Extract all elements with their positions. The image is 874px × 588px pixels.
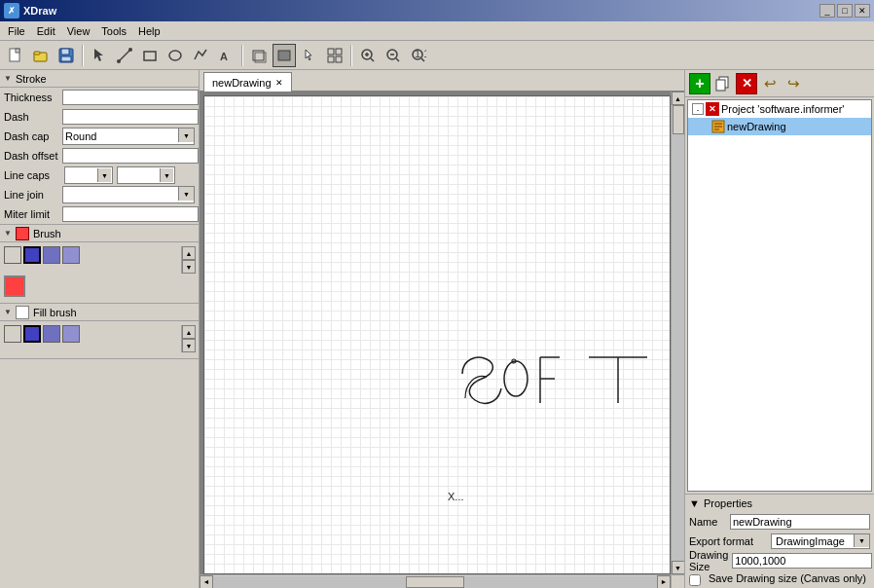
canvas-grid[interactable]: X...	[204, 96, 670, 573]
scroll-thumb-v[interactable]	[673, 105, 684, 134]
sep3	[350, 45, 352, 66]
dash-cap-select[interactable]: Round Square Flat	[62, 128, 195, 145]
line-join-select[interactable]: Miter Round Bevel	[62, 186, 195, 203]
menu-help[interactable]: Help	[132, 23, 166, 39]
scroll-down-btn[interactable]: ▼	[672, 561, 685, 574]
rect-tool[interactable]	[138, 44, 162, 67]
brush-swatch-blue1[interactable]	[23, 246, 41, 264]
delete-button[interactable]: ✕	[736, 73, 757, 94]
props-size-label: Drawing Size	[689, 549, 728, 572]
redo-button[interactable]: ↪	[783, 73, 804, 94]
thickness-input[interactable]	[62, 90, 199, 105]
brush-scroll-down[interactable]: ▼	[182, 260, 196, 274]
fill-rect-tool[interactable]	[273, 44, 296, 67]
props-arrow: ▼	[689, 497, 700, 509]
minimize-button[interactable]: _	[819, 4, 835, 18]
props-header-label: Properties	[704, 497, 752, 509]
zoom-fit-button[interactable]: 1:1	[407, 44, 430, 67]
brush-header[interactable]: ▼ Brush	[0, 225, 199, 242]
fill-brush-icon	[16, 306, 29, 319]
brush-active-swatch[interactable]	[4, 276, 25, 297]
open-button[interactable]	[29, 44, 53, 67]
miter-limit-input[interactable]	[62, 206, 199, 222]
canvas-scrollbar-h[interactable]: ◄ ►	[200, 574, 671, 588]
grid-tool[interactable]	[323, 44, 346, 67]
fill-brush-label: Fill brush	[33, 307, 77, 318]
tree-project-icon: ✕	[706, 102, 719, 116]
props-export-select[interactable]: DrawingImage	[771, 533, 870, 549]
toolbar: A 1:1	[0, 41, 874, 70]
save-button[interactable]	[55, 44, 78, 67]
brush-swatch-blue2[interactable]	[43, 246, 60, 264]
props-header[interactable]: ▼ Properties	[685, 495, 874, 512]
pointer-tool[interactable]	[298, 44, 321, 67]
left-panel: ▼ Stroke Thickness Dash Dash cap Round S…	[0, 70, 200, 588]
brush-scrollbar[interactable]: ▲ ▼	[181, 246, 195, 274]
fill-swatch-gray[interactable]	[4, 325, 21, 343]
svg-rect-3	[34, 52, 40, 55]
tree-drawing[interactable]: newDrawing	[688, 118, 871, 135]
miter-limit-label: Miter limit	[4, 208, 62, 220]
add-button[interactable]: +	[689, 73, 710, 94]
dash-offset-input[interactable]	[62, 148, 199, 164]
menu-tools[interactable]: Tools	[95, 23, 132, 39]
line-caps-select1[interactable]: ▼	[64, 166, 113, 184]
line-caps-select2[interactable]: ▼	[117, 166, 175, 184]
tree-expand-project[interactable]: -	[692, 103, 704, 115]
brush-color-icon	[16, 227, 29, 240]
scroll-thumb-h[interactable]	[406, 576, 464, 588]
stroke-header[interactable]: ▼ Stroke	[0, 70, 199, 88]
dash-input[interactable]	[62, 109, 199, 125]
svg-marker-7	[94, 49, 103, 61]
scroll-track-v[interactable]	[672, 105, 684, 561]
fill-brush-header[interactable]: ▼ Fill brush	[0, 304, 199, 321]
props-area: ▼ Properties Name Export format DrawingI…	[685, 494, 874, 588]
tree-drawing-label: newDrawing	[727, 121, 786, 132]
miter-limit-row: Miter limit	[0, 204, 199, 224]
tab-newdrawing[interactable]: newDrawing ✕	[203, 72, 292, 92]
props-export-label: Export format	[689, 535, 767, 547]
line-tool[interactable]	[113, 44, 136, 67]
scroll-track-h[interactable]	[213, 576, 657, 588]
tab-close-icon[interactable]: ✕	[275, 78, 283, 88]
svg-line-28	[396, 58, 399, 61]
fill-swatch-blue3[interactable]	[62, 325, 80, 343]
fill-swatch-blue2[interactable]	[43, 325, 60, 343]
zoom-in-button[interactable]	[356, 44, 380, 67]
menu-edit[interactable]: Edit	[31, 23, 61, 39]
brush-scroll-up[interactable]: ▲	[182, 246, 196, 260]
fill-brush-palette-row1: ▲ ▼	[4, 325, 195, 352]
props-size-input[interactable]	[732, 553, 872, 569]
menu-view[interactable]: View	[61, 23, 96, 39]
close-button[interactable]: ✕	[855, 4, 870, 18]
menu-file[interactable]: File	[2, 23, 31, 39]
brush-swatch-gray[interactable]	[4, 246, 21, 264]
svg-rect-6	[61, 56, 71, 61]
maximize-button[interactable]: □	[837, 4, 853, 18]
copy-button[interactable]	[712, 73, 734, 94]
props-save-checkbox[interactable]	[689, 574, 701, 586]
fill-scroll-up[interactable]: ▲	[182, 325, 196, 339]
fill-scroll-down[interactable]: ▼	[182, 339, 196, 352]
dash-cap-label: Dash cap	[4, 130, 62, 142]
text-tool[interactable]: A	[214, 44, 237, 67]
zoom-out-button[interactable]	[382, 44, 405, 67]
rect2-tool[interactable]	[247, 44, 271, 67]
polyline-tool[interactable]	[189, 44, 212, 67]
scroll-left-btn[interactable]: ◄	[200, 575, 213, 589]
svg-line-25	[371, 58, 374, 61]
undo-button[interactable]: ↩	[759, 73, 781, 94]
new-button[interactable]	[4, 44, 27, 67]
select-tool[interactable]	[88, 44, 111, 67]
props-name-input[interactable]	[730, 514, 870, 530]
scroll-up-btn[interactable]: ▲	[672, 92, 685, 105]
ellipse-tool[interactable]	[164, 44, 187, 67]
svg-marker-17	[306, 50, 311, 60]
tree-project[interactable]: - ✕ Project 'software.informer'	[688, 100, 871, 118]
brush-swatch-blue3[interactable]	[62, 246, 80, 264]
canvas-scrollbar-v[interactable]: ▲ ▼	[671, 92, 684, 574]
scroll-right-btn[interactable]: ►	[657, 575, 671, 589]
fill-swatch-blue1[interactable]	[23, 325, 41, 343]
fill-scrollbar[interactable]: ▲ ▼	[181, 325, 195, 352]
thickness-label: Thickness	[4, 92, 62, 103]
